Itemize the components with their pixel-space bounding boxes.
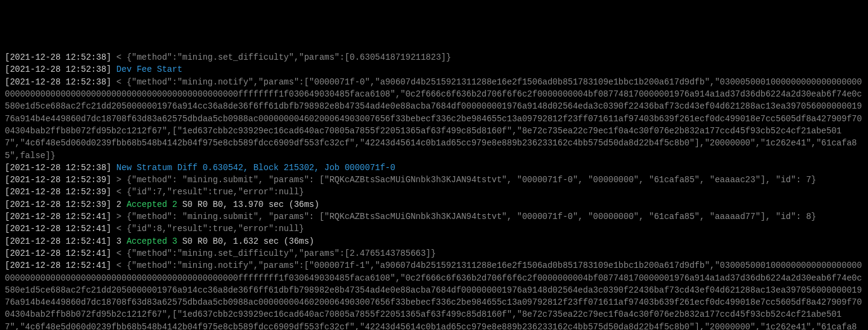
- log-line: [2021-12-28 12:52:38] < {"method":"minin…: [5, 51, 863, 63]
- timestamp: [2021-12-28 12:52:38]: [5, 163, 111, 173]
- direction-arrow: >: [116, 175, 121, 185]
- timestamp: [2021-12-28 12:52:38]: [5, 77, 111, 87]
- timestamp: [2021-12-28 12:52:38]: [5, 65, 111, 74]
- accepted-label: Accepted 2: [127, 200, 177, 209]
- stratum-message: Dev Fee Start: [116, 65, 182, 74]
- timestamp: [2021-12-28 12:52:41]: [5, 249, 111, 258]
- log-line: [2021-12-28 12:52:38] Dev Fee Start: [5, 63, 863, 75]
- timestamp: [2021-12-28 12:52:41]: [5, 236, 111, 246]
- log-line: [2021-12-28 12:52:41] < {"method":"minin…: [5, 259, 863, 330]
- timestamp: [2021-12-28 12:52:39]: [5, 200, 111, 209]
- log-line: [2021-12-28 12:52:41] < {"method":"minin…: [5, 247, 863, 259]
- share-number: 3: [116, 236, 121, 246]
- timestamp: [2021-12-28 12:52:38]: [5, 52, 111, 62]
- timestamp: [2021-12-28 12:52:39]: [5, 175, 111, 185]
- share-number: 2: [116, 200, 121, 209]
- share-stats: S0 R0 B0, 1.632 sec (36ms): [177, 236, 314, 246]
- log-line: [2021-12-28 12:52:38] < {"method":"minin…: [5, 76, 863, 162]
- direction-arrow: <: [116, 224, 121, 233]
- direction-arrow: <: [116, 52, 121, 62]
- json-payload: {"method": "mining.submit", "params": ["…: [127, 212, 817, 221]
- share-stats: S0 R0 B0, 13.970 sec (36ms): [177, 200, 319, 209]
- json-payload: {"id":8,"result":true,"error":null}: [127, 224, 304, 233]
- json-payload: {"method":"mining.notify","params":["000…: [5, 77, 862, 160]
- log-line: [2021-12-28 12:52:38] New Stratum Diff 0…: [5, 162, 863, 174]
- log-output: [2021-12-28 12:52:38] < {"method":"minin…: [5, 51, 863, 330]
- json-payload: {"method": "mining.submit", "params": ["…: [127, 175, 817, 185]
- log-line: [2021-12-28 12:52:41] > {"method": "mini…: [5, 211, 863, 223]
- direction-arrow: <: [116, 261, 121, 270]
- json-payload: {"method":"mining.set_difficulty","param…: [127, 249, 436, 258]
- accepted-label: Accepted 3: [127, 236, 177, 246]
- timestamp: [2021-12-28 12:52:41]: [5, 224, 111, 233]
- direction-arrow: <: [116, 249, 121, 258]
- json-payload: {"method":"mining.notify","params":["000…: [5, 261, 862, 330]
- log-line: [2021-12-28 12:52:39] 2 Accepted 2 S0 R0…: [5, 198, 863, 211]
- timestamp: [2021-12-28 12:52:41]: [5, 261, 111, 270]
- direction-arrow: <: [116, 187, 121, 197]
- json-payload: {"method":"mining.set_difficulty","param…: [127, 52, 452, 62]
- direction-arrow: <: [116, 77, 121, 87]
- direction-arrow: >: [116, 212, 121, 221]
- timestamp: [2021-12-28 12:52:41]: [5, 212, 111, 221]
- json-payload: {"id":7,"result":true,"error":null}: [127, 187, 304, 197]
- timestamp: [2021-12-28 12:52:39]: [5, 187, 111, 197]
- log-line: [2021-12-28 12:52:41] < {"id":8,"result"…: [5, 223, 863, 235]
- stratum-message: New Stratum Diff 0.630542, Block 215302,…: [116, 163, 395, 173]
- log-line: [2021-12-28 12:52:41] 3 Accepted 3 S0 R0…: [5, 235, 863, 247]
- log-line: [2021-12-28 12:52:39] < {"id":7,"result"…: [5, 186, 863, 198]
- log-line: [2021-12-28 12:52:39] > {"method": "mini…: [5, 174, 863, 186]
